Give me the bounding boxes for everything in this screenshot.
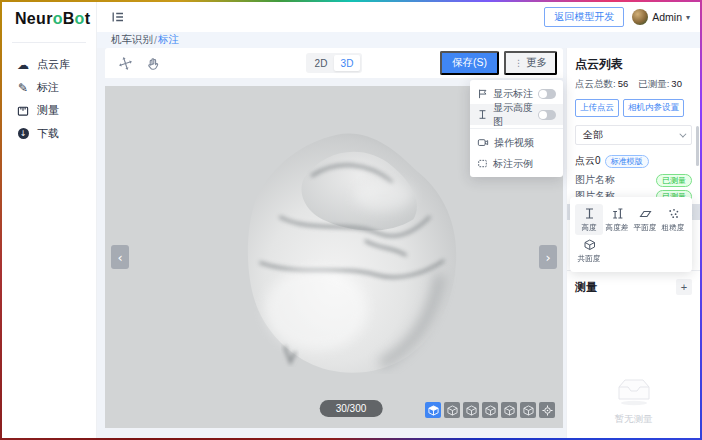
view-3d-button[interactable]: 3D — [334, 55, 360, 71]
top-bar: 返回模型开发 Admin ▾ — [97, 2, 700, 32]
next-image-button[interactable]: › — [539, 245, 557, 269]
prev-image-button[interactable]: ‹ — [111, 245, 129, 269]
sidebar: NeuroBot ☁ 点云库 ✎ 标注 测量 ↓ 下载 — [2, 2, 97, 438]
ellipsis-icon: ⋮ — [514, 58, 523, 68]
empty-box-icon — [612, 374, 656, 406]
height-diff-icon — [611, 207, 624, 220]
view-cube-buttons — [425, 402, 555, 418]
sidebar-item-measure[interactable]: 测量 — [2, 99, 96, 122]
camera-params-button[interactable]: 相机内参设置 — [623, 99, 684, 117]
measured-tag: 已测量 — [656, 174, 692, 187]
logo-text: B — [63, 10, 75, 28]
logo-text: t — [85, 10, 91, 28]
flag-icon — [477, 88, 488, 99]
move-tool-icon[interactable] — [118, 56, 133, 71]
locate-center-button[interactable] — [539, 402, 555, 418]
menu-item-label: 显示标注 — [493, 87, 533, 101]
tool-label: 平面度 — [634, 222, 657, 232]
breadcrumb-parent: 机车识别 — [111, 33, 153, 47]
view-cube-bottom-button[interactable] — [520, 402, 536, 418]
height-map-icon — [477, 109, 488, 120]
view-2d-button[interactable]: 2D — [308, 55, 334, 71]
pointcloud-group[interactable]: 点云0 标准模版 — [575, 154, 692, 168]
logo-text: Neur — [15, 10, 53, 28]
tool-height[interactable]: 高度 — [575, 204, 603, 235]
canvas-toolbar: 2D 3D 保存(S) ⋮更多 — [105, 48, 563, 78]
tool-roughness[interactable]: 粗糙度 — [659, 204, 687, 235]
breadcrumb-current[interactable]: 标注 — [158, 33, 179, 47]
filter-select[interactable]: 全部 — [575, 125, 692, 145]
filter-value: 全部 — [583, 128, 603, 142]
tool-label: 共面度 — [578, 253, 601, 263]
pointcloud-panel: 点云列表 点云总数:56 已测量:30 上传点云 相机内参设置 全部 点云0 标… — [566, 48, 700, 438]
sidebar-item-annotate[interactable]: ✎ 标注 — [2, 76, 96, 99]
sidebar-item-label: 标注 — [37, 80, 59, 95]
tool-coplanarity[interactable]: 共面度 — [575, 235, 603, 266]
list-item[interactable]: 图片名称 已测量 — [567, 172, 700, 188]
tool-label: 粗糙度 — [662, 222, 685, 232]
menu-item-label: 标注示例 — [493, 157, 556, 171]
stat-label: 点云总数: — [575, 78, 616, 89]
pagination-indicator: 30/300 — [320, 400, 383, 417]
view-cube-side-button[interactable] — [482, 402, 498, 418]
coplanarity-icon — [583, 238, 596, 251]
stat-label: 已测量: — [638, 78, 669, 89]
panel-buttons: 上传点云 相机内参设置 — [575, 99, 692, 117]
roughness-icon — [667, 207, 680, 220]
view-cube-top-button[interactable] — [444, 402, 460, 418]
measure-icon — [16, 105, 30, 117]
screenshot-frame: NeuroBot ☁ 点云库 ✎ 标注 测量 ↓ 下载 — [0, 0, 702, 440]
menu-item-label: 操作视频 — [494, 136, 556, 150]
tool-label: 高度差 — [606, 222, 629, 232]
stat-measured: 已测量:30 — [638, 78, 682, 91]
add-measure-button[interactable]: + — [676, 279, 692, 295]
measure-section-header: 测量 + — [567, 270, 700, 295]
tool-grid: 高度 高度差 平面度 粗糙度 — [575, 204, 687, 266]
panel-stats: 点云总数:56 已测量:30 — [575, 78, 692, 91]
annotation-toggle[interactable] — [538, 89, 556, 99]
heightmap-toggle[interactable] — [538, 110, 556, 120]
view-cube-front-button[interactable] — [463, 402, 479, 418]
more-dropdown-menu: 显示标注 显示高度图 操作视频 标注示例 — [470, 80, 563, 177]
view-mode-switch: 2D 3D — [306, 53, 362, 73]
topbar-right: 返回模型开发 Admin ▾ — [544, 7, 690, 27]
tool-flatness[interactable]: 平面度 — [631, 204, 659, 235]
sidebar-item-pointcloud-library[interactable]: ☁ 点云库 — [2, 53, 96, 76]
menu-item-annotation-example[interactable]: 标注示例 — [470, 153, 563, 174]
user-menu[interactable]: Admin ▾ — [632, 9, 690, 25]
hand-tool-icon[interactable] — [146, 56, 160, 70]
menu-item-show-heightmap[interactable]: 显示高度图 — [470, 104, 563, 125]
stat-value: 30 — [671, 78, 682, 89]
upload-pointcloud-button[interactable]: 上传点云 — [575, 99, 619, 117]
sidebar-item-label: 测量 — [37, 103, 59, 118]
pen-icon: ✎ — [16, 81, 30, 95]
flatness-icon — [639, 207, 652, 220]
sidebar-item-download[interactable]: ↓ 下载 — [2, 122, 96, 145]
measure-tools-popup: 高度 高度差 平面度 粗糙度 — [570, 197, 692, 272]
menu-fold-icon[interactable] — [111, 10, 125, 24]
canvas-column: 2D 3D 保存(S) ⋮更多 — [97, 48, 566, 438]
height-icon — [583, 207, 596, 220]
tooth-3d-model — [217, 126, 465, 374]
app-window: NeuroBot ☁ 点云库 ✎ 标注 测量 ↓ 下载 — [2, 2, 700, 438]
app-logo: NeuroBot — [2, 2, 96, 36]
more-label: 更多 — [526, 56, 547, 70]
measure-title: 测量 — [575, 280, 597, 295]
view-cube-back-button[interactable] — [501, 402, 517, 418]
canvas-tools — [118, 56, 160, 71]
image-name: 图片名称 — [575, 173, 615, 187]
empty-state: 暂无测量 — [567, 374, 700, 426]
chevron-down-icon: ▾ — [686, 13, 690, 22]
panel-title: 点云列表 — [575, 56, 692, 73]
template-tag: 标准模版 — [605, 155, 649, 168]
view-cube-iso-button[interactable] — [425, 402, 441, 418]
chevron-down-icon — [679, 130, 686, 137]
tool-label: 高度 — [581, 222, 596, 232]
scrollbar-thumb[interactable] — [696, 126, 699, 166]
menu-item-tutorial-video[interactable]: 操作视频 — [470, 132, 563, 153]
back-to-model-dev-button[interactable]: 返回模型开发 — [544, 7, 624, 27]
save-button[interactable]: 保存(S) — [440, 51, 499, 75]
main-column: 返回模型开发 Admin ▾ 机车识别 / 标注 — [97, 2, 700, 438]
more-button[interactable]: ⋮更多 — [504, 51, 557, 75]
tool-height-diff[interactable]: 高度差 — [603, 204, 631, 235]
